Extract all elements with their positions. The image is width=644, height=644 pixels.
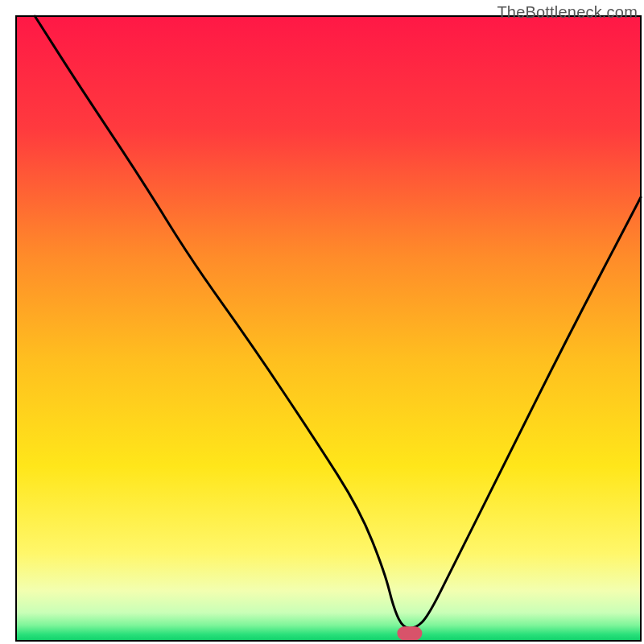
- chart-svg: [0, 0, 644, 644]
- chart-container: TheBottleneck.com: [0, 0, 644, 644]
- plot-background: [16, 16, 641, 641]
- watermark-text: TheBottleneck.com: [497, 3, 638, 22]
- optimal-marker: [397, 626, 422, 640]
